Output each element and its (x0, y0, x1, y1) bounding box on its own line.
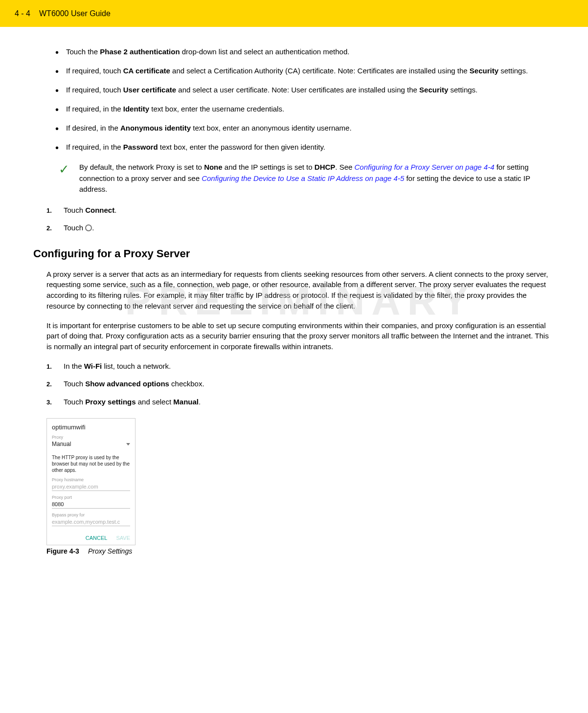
chevron-down-icon (126, 443, 130, 446)
proxy-label: Proxy (52, 435, 130, 440)
checkmark-icon: ✓ (59, 163, 69, 176)
bullet-item: If required, touch User certificate and … (66, 85, 554, 95)
save-button[interactable]: SAVE (116, 535, 130, 541)
proxy-dialog-screenshot: optimumwifi Proxy Manual The HTTP proxy … (46, 418, 136, 545)
dialog-ssid: optimumwifi (52, 423, 130, 431)
page-header: 4 - 4 WT6000 User Guide (0, 0, 588, 27)
cancel-button[interactable]: CANCEL (86, 535, 108, 541)
home-icon (85, 224, 92, 231)
instruction-bullets: Touch the Phase 2 authentication drop-do… (46, 46, 554, 152)
step-item: 1. In the Wi-Fi list, touch a network. (46, 361, 554, 372)
hostname-label: Proxy hostname (52, 477, 130, 482)
page-number: 4 - 4 (15, 9, 30, 18)
bullet-item: If required, in the Password text box, e… (66, 142, 554, 152)
note-text: By default, the network Proxy is set to … (79, 162, 554, 195)
guide-title: WT6000 User Guide (39, 9, 111, 18)
step-item: 1. Touch Connect. (46, 205, 554, 216)
bullet-item: If required, touch CA certificate and se… (66, 66, 554, 76)
bullet-item: If required, in the Identity text box, e… (66, 104, 554, 114)
proxy-select[interactable]: Manual (52, 440, 130, 450)
step-item: 2. Touch Show advanced options checkbox. (46, 379, 554, 390)
bullet-item: Touch the Phase 2 authentication drop-do… (66, 46, 554, 57)
link-static-ip[interactable]: Configuring the Device to Use a Static I… (202, 174, 404, 182)
proxy-info-text: The HTTP proxy is used by the browser bu… (52, 454, 130, 473)
figure-proxy-settings: optimumwifi Proxy Manual The HTTP proxy … (46, 418, 554, 555)
paragraph: A proxy server is a server that acts as … (46, 269, 554, 312)
step-item: 2. Touch . (46, 223, 554, 234)
step-list-2: 1. In the Wi-Fi list, touch a network. 2… (46, 361, 554, 408)
bullet-item: If desired, in the Anonymous identity te… (66, 123, 554, 133)
link-proxy-config[interactable]: Configuring for a Proxy Server on page 4… (355, 163, 495, 171)
note-callout: ✓ By default, the network Proxy is set t… (59, 162, 554, 195)
figure-caption: Figure 4-3Proxy Settings (46, 547, 554, 555)
step-item: 3. Touch Proxy settings and select Manua… (46, 397, 554, 408)
port-field[interactable]: 8080 (52, 500, 130, 509)
proxy-value: Manual (52, 441, 71, 447)
step-list-1: 1. Touch Connect. 2. Touch . (46, 205, 554, 234)
paragraph: It is important for enterprise customers… (46, 320, 554, 352)
section-heading: Configuring for a Proxy Server (33, 247, 554, 260)
hostname-field[interactable]: proxy.example.com (52, 482, 130, 491)
bypass-label: Bypass proxy for (52, 512, 130, 517)
bypass-field[interactable]: example.com,mycomp.test.c (52, 517, 130, 526)
port-label: Proxy port (52, 495, 130, 500)
